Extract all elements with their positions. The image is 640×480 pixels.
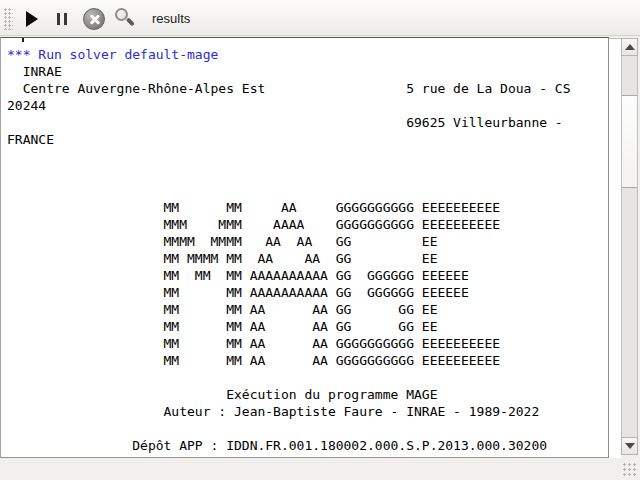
results-window: { "toolbar": { "label": "results", "butt… <box>0 0 640 480</box>
console-line: 69625 Villeurbanne - <box>7 114 608 131</box>
scroll-down-button[interactable] <box>621 437 638 455</box>
console-line <box>7 148 608 165</box>
console-line: MM MM AAAAAAAAAA GG GGGGGG EEEEEE <box>7 284 608 301</box>
play-button[interactable] <box>20 7 44 31</box>
toolbar: results <box>0 0 640 36</box>
console-line: MM MM AA AA GGGGGGGGGG EEEEEEEEEE <box>7 335 608 352</box>
console-line <box>7 420 608 437</box>
pause-button[interactable] <box>50 7 74 31</box>
console-line: MM MM AA AA GGGGGGGGGG EEEEEEEEEE <box>7 352 608 369</box>
scroll-up-button[interactable] <box>621 38 638 56</box>
console-line: INRAE <box>7 63 608 80</box>
search-icon <box>112 7 136 31</box>
bottom-panel <box>0 459 640 480</box>
console-line <box>7 165 608 182</box>
console-line: MM MM AA AA GG GG EE <box>7 318 608 335</box>
console-line: 20244 <box>7 97 608 114</box>
scrollbar-gutter <box>609 38 621 458</box>
toolbar-drag-handle[interactable] <box>4 8 13 30</box>
search-handle <box>126 17 135 26</box>
stop-button[interactable] <box>82 7 106 31</box>
console-line: *** Run solver default-mage <box>7 46 608 63</box>
results-label: results <box>152 0 190 36</box>
scrollbar-trough[interactable] <box>621 56 638 437</box>
stop-icon <box>83 8 105 30</box>
arrow-up-icon <box>625 44 635 50</box>
pause-icon <box>57 13 67 25</box>
console-line: MMMM MMMM AA AA GG EE <box>7 233 608 250</box>
console-line: Auteur : Jean-Baptiste Faure - INRAE - 1… <box>7 403 608 420</box>
console-line: Dépôt APP : IDDN.FR.001.180002.000.S.P.2… <box>7 437 608 454</box>
console-line: Exécution du programme MAGE <box>7 386 608 403</box>
console-line: Centre Auvergne-Rhône-Alpes Est 5 rue de… <box>7 80 608 97</box>
console-text[interactable]: *** Run solver default-mage INRAE Centre… <box>2 39 608 457</box>
console-line: MM MMMM MM AA AA GG EE <box>7 250 608 267</box>
resize-grip[interactable] <box>623 463 638 478</box>
search-button[interactable] <box>112 7 136 31</box>
console-line: MM MM AA AA GG GG EE <box>7 301 608 318</box>
scrollbar-thumb[interactable] <box>622 95 637 188</box>
console-output-frame[interactable]: *** Run solver default-mage INRAE Centre… <box>0 37 609 458</box>
arrow-down-icon <box>625 443 635 449</box>
console-line: MM MM MM AAAAAAAAAA GG GGGGGG EEEEEE <box>7 267 608 284</box>
console-line: MMM MMM AAAA GGGGGGGGGG EEEEEEEEEE <box>7 216 608 233</box>
console-line <box>7 369 608 386</box>
console-line: FRANCE <box>7 131 608 148</box>
console-line: Version : 8.3.0 - 2022-09-29 pour linux <box>7 454 608 457</box>
vertical-scrollbar[interactable] <box>621 38 638 455</box>
play-icon <box>26 11 38 27</box>
console-line: MM MM AA GGGGGGGGGG EEEEEEEEEE <box>7 199 608 216</box>
console-line <box>7 182 608 199</box>
